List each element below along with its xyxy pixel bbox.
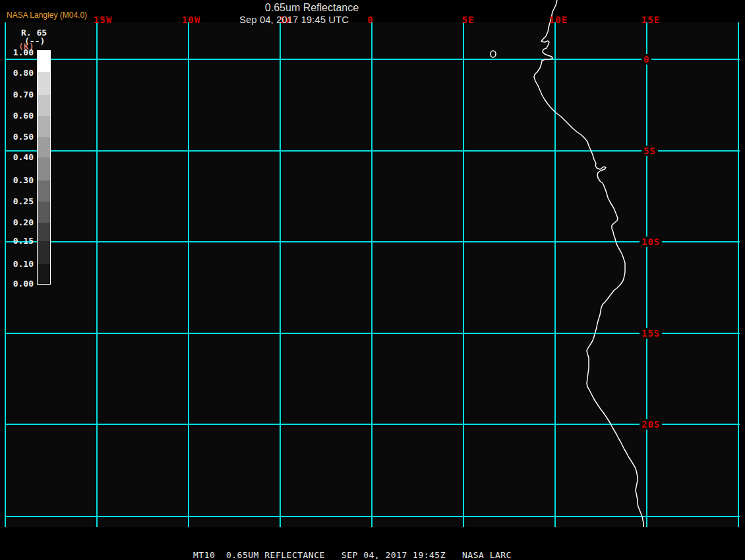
colorbar-tick-label: 0.40 (9, 152, 34, 162)
colorbar-segment (38, 137, 50, 157)
longitude-label: 10W (182, 14, 200, 25)
colorbar-segment (38, 241, 50, 264)
longitude-label: 10E (549, 14, 568, 25)
colorbar-tick-label: 0.30 (9, 175, 34, 185)
map-canvas (0, 0, 745, 560)
colorbar-tick-label: 0.50 (9, 132, 34, 142)
island-outline (491, 51, 496, 57)
longitude-label: 15E (641, 14, 660, 25)
colorbar-segment (38, 72, 50, 95)
colorbar-tick-label: 0.70 (9, 90, 34, 99)
status-bar: MT10 0.65UM REFLECTANCE SEP 04, 2017 19:… (193, 550, 512, 560)
colorbar-segment (38, 157, 50, 181)
latitude-label: 15S (640, 328, 662, 339)
latitude-label: 5S (641, 146, 658, 156)
colorbar-segment (38, 51, 50, 72)
longitude-label: 15W (94, 14, 112, 25)
colorbar-tick-label: 0.15 (9, 236, 34, 246)
latitude-label: 0 (641, 54, 651, 65)
colorbar-tick-label: 0.00 (9, 279, 34, 289)
brand-label: NASA Langley (M04.0) (7, 11, 87, 20)
colorbar-segment (38, 223, 50, 241)
colorbar-tick-label: 0.20 (9, 217, 34, 227)
latitude-label: 10S (640, 237, 662, 247)
colorbar-tick-label: 0.80 (9, 68, 34, 78)
timestamp-label: Sep 04, 2017 19:45 UTC (239, 14, 349, 25)
page-title: 0.65um Reflectance (265, 2, 359, 14)
colorbar-segment (38, 95, 50, 116)
coastline (534, 0, 643, 527)
colorbar-tick-label: 0.60 (9, 111, 34, 121)
colorbar-gradient-bar (37, 50, 51, 285)
colorbar-segment (38, 202, 50, 223)
colorbar-segment (38, 116, 50, 137)
colorbar-tick-label: 1.00 (9, 47, 34, 57)
latitude-label: 20S (640, 419, 662, 430)
colorbar-segment (38, 264, 50, 284)
longitude-label: 0 (367, 14, 373, 25)
colorbar-tick-label: 0.25 (9, 196, 34, 206)
colorbar-tick-label: 0.10 (9, 259, 34, 269)
colorbar-segment (38, 181, 50, 202)
longitude-label: 5E (462, 14, 475, 25)
